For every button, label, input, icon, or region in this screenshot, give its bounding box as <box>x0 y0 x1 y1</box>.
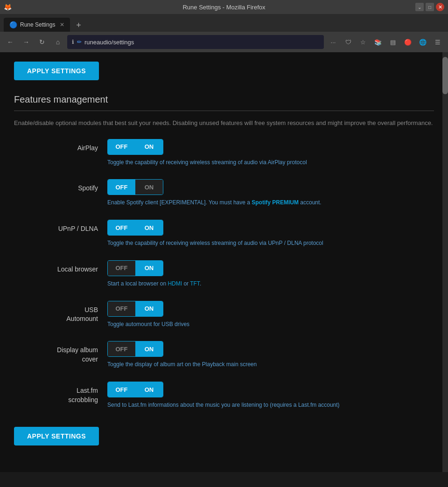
feature-label-airplay: AirPlay <box>14 139 107 153</box>
section-title: Features management <box>14 94 434 105</box>
toggle-upnp[interactable]: OFF ON <box>107 220 163 236</box>
toggle-lastfm[interactable]: OFF ON <box>107 382 163 397</box>
toggle-display-album-cover[interactable]: OFF ON <box>107 341 163 357</box>
adblock-button[interactable]: 🔴 <box>401 35 414 49</box>
feature-label-local-browser: Local browser <box>14 260 107 274</box>
page-content: APPLY SETTINGS Features management Enabl… <box>0 52 448 472</box>
feature-hint-local-browser: Start a local browser on HDMI or TFT. <box>107 280 201 288</box>
maximize-button[interactable]: □ <box>426 3 434 11</box>
home-button[interactable]: ⌂ <box>51 35 64 49</box>
feature-row-local-browser: Local browser OFF ON Start a local brows… <box>14 260 434 288</box>
feature-hint-upnp: Toggle the capability of receiving wirel… <box>107 239 323 247</box>
minimize-button[interactable]: ⌄ <box>415 3 424 11</box>
toggle-display-album-cover-off[interactable]: OFF <box>108 341 135 356</box>
feature-hint-spotify: Enable Spotify client [EXPERIMENTAL]. Yo… <box>107 199 322 207</box>
title-bar: 🦊 Rune Settings - Mozilla Firefox ⌄ □ ✕ <box>0 0 448 14</box>
window-controls: ⌄ □ ✕ <box>415 3 444 11</box>
feature-label-spotify: Spotify <box>14 179 107 193</box>
section-description: Enable/disable optional modules that bes… <box>14 118 434 128</box>
toggle-spotify[interactable]: OFF ON <box>107 179 163 195</box>
tab-label: Rune Settings <box>20 21 55 28</box>
feature-row-display-album-cover: Display albumcover OFF ON Toggle the dis… <box>14 341 434 369</box>
back-button[interactable]: ← <box>4 35 17 49</box>
toggle-usb-automount-off[interactable]: OFF <box>108 301 135 316</box>
toggle-usb-automount[interactable]: OFF ON <box>107 301 163 317</box>
feature-control-spotify: OFF ON Enable Spotify client [EXPERIMENT… <box>107 179 322 207</box>
feature-control-lastfm: OFF ON Send to Last.fm informations abou… <box>107 382 340 409</box>
feature-hint-usb-automount: Toggle automount for USB drives <box>107 320 189 328</box>
feature-control-local-browser: OFF ON Start a local browser on HDMI or … <box>107 260 201 288</box>
toggle-lastfm-on[interactable]: ON <box>135 382 163 397</box>
feature-row-airplay: AirPlay OFF ON Toggle the capability of … <box>14 139 434 167</box>
shield-button[interactable]: 🛡 <box>342 35 355 49</box>
security-icon: ℹ <box>72 39 74 45</box>
tab-close-button[interactable]: ✕ <box>60 21 64 28</box>
library-button[interactable]: 📚 <box>371 35 385 49</box>
address-bar[interactable]: ℹ ✏ runeaudio/settings <box>67 35 324 49</box>
more-button[interactable]: ··· <box>327 35 340 49</box>
toggle-upnp-off[interactable]: OFF <box>108 220 135 235</box>
nav-bar: ← → ↻ ⌂ ℹ ✏ runeaudio/settings ··· 🛡 ☆ 📚… <box>0 32 448 52</box>
feature-row-lastfm: Last.fmscrobbling OFF ON Send to Last.fm… <box>14 382 434 409</box>
tft-link[interactable]: TFT <box>190 280 200 287</box>
toggle-airplay-on[interactable]: ON <box>135 139 163 154</box>
feature-label-usb-automount: USBAutomount <box>14 301 107 324</box>
active-tab[interactable]: 🔵 Rune Settings ✕ <box>4 18 70 32</box>
feature-control-display-album-cover: OFF ON Toggle the display of album art o… <box>107 341 257 369</box>
edit-url-icon: ✏ <box>77 39 82 45</box>
spotify-premium-link[interactable]: Spotify PREMIUM <box>252 199 299 206</box>
feature-row-upnp: UPnP / DLNA OFF ON Toggle the capability… <box>14 220 434 247</box>
feature-row-usb-automount: USBAutomount OFF ON Toggle automount for… <box>14 301 434 328</box>
toggle-local-browser-on[interactable]: ON <box>135 261 163 276</box>
toggle-airplay-off[interactable]: OFF <box>108 139 135 154</box>
scrollbar[interactable] <box>442 52 448 472</box>
toggle-local-browser[interactable]: OFF ON <box>107 260 163 276</box>
apply-settings-top-button[interactable]: APPLY SETTINGS <box>14 62 99 80</box>
toggle-display-album-cover-on[interactable]: ON <box>135 341 163 356</box>
toggle-spotify-off[interactable]: OFF <box>108 180 135 195</box>
feature-control-upnp: OFF ON Toggle the capability of receivin… <box>107 220 323 247</box>
feature-row-spotify: Spotify OFF ON Enable Spotify client [EX… <box>14 179 434 207</box>
toggle-local-browser-off[interactable]: OFF <box>108 261 135 276</box>
toggle-spotify-on[interactable]: ON <box>135 180 163 195</box>
toggle-lastfm-off[interactable]: OFF <box>108 382 135 397</box>
toggle-upnp-on[interactable]: ON <box>135 220 163 235</box>
feature-hint-airplay: Toggle the capability of receiving wirel… <box>107 159 307 167</box>
feature-control-airplay: OFF ON Toggle the capability of receivin… <box>107 139 307 167</box>
feature-label-lastfm: Last.fmscrobbling <box>14 382 107 404</box>
section-divider <box>14 111 434 111</box>
nav-extras: ··· 🛡 ☆ 📚 ▤ 🔴 🌐 ☰ <box>327 35 444 49</box>
hdmi-link[interactable]: HDMI <box>168 280 182 287</box>
url-text: runeaudio/settings <box>84 39 319 46</box>
feature-label-display-album-cover: Display albumcover <box>14 341 107 364</box>
toggle-airplay[interactable]: OFF ON <box>107 139 163 155</box>
close-button[interactable]: ✕ <box>436 3 444 11</box>
feature-hint-display-album-cover: Toggle the display of album art on the P… <box>107 361 257 369</box>
reader-button[interactable]: ▤ <box>386 35 399 49</box>
scrollbar-thumb[interactable] <box>442 57 448 94</box>
reload-button[interactable]: ↻ <box>35 35 49 49</box>
tab-bar: 🔵 Rune Settings ✕ + <box>0 14 448 32</box>
bookmark-button[interactable]: ☆ <box>357 35 370 49</box>
new-tab-button[interactable]: + <box>72 19 85 32</box>
feature-label-upnp: UPnP / DLNA <box>14 220 107 234</box>
tab-favicon: 🔵 <box>9 21 17 28</box>
window-title: Rune Settings - Mozilla Firefox <box>182 4 265 11</box>
menu-button[interactable]: ☰ <box>431 35 444 49</box>
feature-hint-lastfm: Send to Last.fm informations about the m… <box>107 401 340 409</box>
toggle-usb-automount-on[interactable]: ON <box>135 301 163 316</box>
feature-control-usb-automount: OFF ON Toggle automount for USB drives <box>107 301 189 328</box>
apply-settings-bottom-button[interactable]: APPLY SETTINGS <box>14 427 99 445</box>
firefox-icon: 🦊 <box>4 3 12 11</box>
ublock-button[interactable]: 🌐 <box>416 35 429 49</box>
forward-button[interactable]: → <box>20 35 33 49</box>
